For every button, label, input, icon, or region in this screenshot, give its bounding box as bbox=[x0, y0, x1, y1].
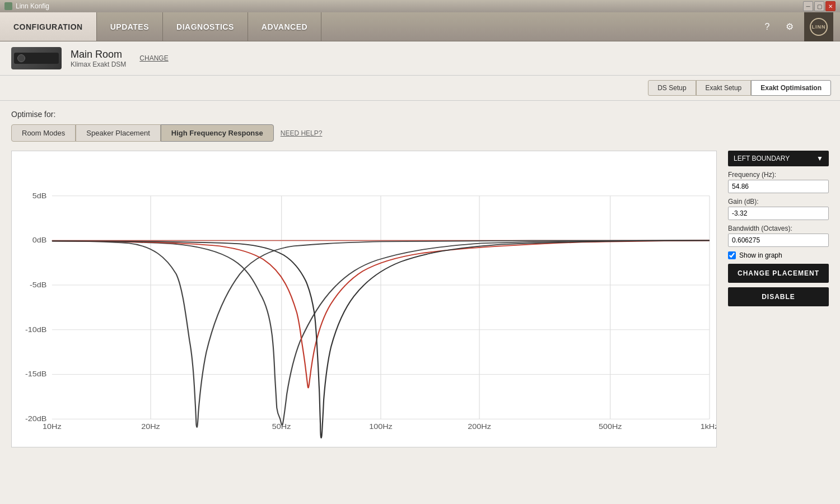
svg-text:0dB: 0dB bbox=[32, 237, 47, 245]
device-image bbox=[11, 47, 62, 69]
tab-diagnostics[interactable]: DIAGNOSTICS bbox=[163, 12, 248, 41]
svg-text:5dB: 5dB bbox=[32, 192, 47, 200]
ds-setup-button[interactable]: DS Setup bbox=[648, 80, 696, 96]
device-header: Main Room Klimax Exakt DSM CHANGE bbox=[0, 41, 840, 76]
device-model: Klimax Exakt DSM bbox=[71, 60, 126, 68]
gain-input[interactable] bbox=[728, 207, 829, 220]
show-in-graph-row: Show in graph bbox=[728, 251, 829, 259]
right-panel: LEFT BOUNDARY ▼ Frequency (Hz): Gain (dB… bbox=[728, 151, 829, 447]
title-bar-controls[interactable]: ─ ▢ ✕ bbox=[803, 1, 836, 11]
need-help-link[interactable]: NEED HELP? bbox=[281, 129, 323, 137]
boundary-label: LEFT BOUNDARY bbox=[734, 155, 790, 162]
tab-room-modes[interactable]: Room Modes bbox=[11, 124, 76, 142]
gain-label: Gain (dB): bbox=[728, 198, 829, 206]
svg-text:20Hz: 20Hz bbox=[141, 423, 160, 431]
app-title: Linn Konfig bbox=[16, 2, 49, 10]
change-placement-button[interactable]: CHANGE PLACEMENT bbox=[728, 264, 829, 283]
minimize-button[interactable]: ─ bbox=[803, 1, 813, 11]
show-in-graph-checkbox[interactable] bbox=[728, 251, 736, 259]
frequency-label: Frequency (Hz): bbox=[728, 171, 829, 179]
tab-advanced[interactable]: ADVANCED bbox=[248, 12, 321, 41]
svg-text:100Hz: 100Hz bbox=[369, 423, 393, 431]
bandwidth-field-group: Bandwidth (Octaves): bbox=[728, 225, 829, 247]
change-link[interactable]: CHANGE bbox=[139, 54, 168, 62]
nav-right: ? ⚙ LINN bbox=[759, 12, 840, 41]
app-icon bbox=[4, 2, 12, 10]
settings-icon[interactable]: ⚙ bbox=[782, 19, 797, 35]
svg-text:200Hz: 200Hz bbox=[468, 423, 491, 431]
optimise-label: Optimise for: bbox=[11, 110, 829, 119]
disable-button[interactable]: DISABLE bbox=[728, 287, 829, 306]
device-image-inner bbox=[14, 53, 59, 64]
svg-text:-5dB: -5dB bbox=[30, 281, 47, 289]
show-in-graph-label: Show in graph bbox=[739, 251, 782, 259]
graph-container: 5dB 0dB -5dB -10dB -15dB -20dB bbox=[11, 151, 717, 447]
device-name: Main Room bbox=[71, 49, 126, 60]
device-info: Main Room Klimax Exakt DSM bbox=[71, 49, 126, 68]
title-bar: Linn Konfig ─ ▢ ✕ bbox=[0, 0, 840, 12]
title-bar-left: Linn Konfig bbox=[4, 2, 49, 10]
gain-field-group: Gain (dB): bbox=[728, 198, 829, 220]
linn-logo-circle: LINN bbox=[810, 18, 828, 36]
frequency-input[interactable] bbox=[728, 180, 829, 193]
optimise-tabs: Room Modes Speaker Placement High Freque… bbox=[11, 124, 829, 142]
svg-text:10Hz: 10Hz bbox=[43, 423, 62, 431]
tab-high-frequency-response[interactable]: High Frequency Response bbox=[161, 124, 274, 142]
main-nav: CONFIGURATION UPDATES DIAGNOSTICS ADVANC… bbox=[0, 12, 840, 41]
exakt-setup-button[interactable]: Exakt Setup bbox=[696, 80, 752, 96]
svg-text:500Hz: 500Hz bbox=[599, 423, 622, 431]
graph-area: 5dB 0dB -5dB -10dB -15dB -20dB bbox=[11, 151, 829, 447]
linn-logo: LINN bbox=[804, 12, 833, 41]
exakt-optimisation-button[interactable]: Exakt Optimisation bbox=[751, 80, 831, 96]
help-icon[interactable]: ? bbox=[759, 19, 775, 35]
tab-speaker-placement[interactable]: Speaker Placement bbox=[76, 124, 160, 142]
boundary-dropdown[interactable]: LEFT BOUNDARY ▼ bbox=[728, 151, 829, 166]
svg-text:1kHz: 1kHz bbox=[701, 423, 716, 431]
content-area: Optimise for: Room Modes Speaker Placeme… bbox=[0, 101, 840, 456]
frequency-graph[interactable]: 5dB 0dB -5dB -10dB -15dB -20dB bbox=[12, 151, 716, 447]
bandwidth-label: Bandwidth (Octaves): bbox=[728, 225, 829, 232]
bandwidth-input[interactable] bbox=[728, 234, 829, 247]
svg-text:-15dB: -15dB bbox=[25, 371, 47, 379]
close-button[interactable]: ✕ bbox=[825, 1, 836, 11]
svg-text:-10dB: -10dB bbox=[25, 326, 47, 334]
dropdown-chevron-icon: ▼ bbox=[816, 155, 823, 162]
maximize-button[interactable]: ▢ bbox=[814, 1, 824, 11]
tab-updates[interactable]: UPDATES bbox=[97, 12, 163, 41]
frequency-field-group: Frequency (Hz): bbox=[728, 171, 829, 193]
sub-nav: DS Setup Exakt Setup Exakt Optimisation bbox=[0, 76, 840, 101]
svg-text:-20dB: -20dB bbox=[25, 415, 47, 423]
tab-configuration[interactable]: CONFIGURATION bbox=[0, 12, 97, 41]
